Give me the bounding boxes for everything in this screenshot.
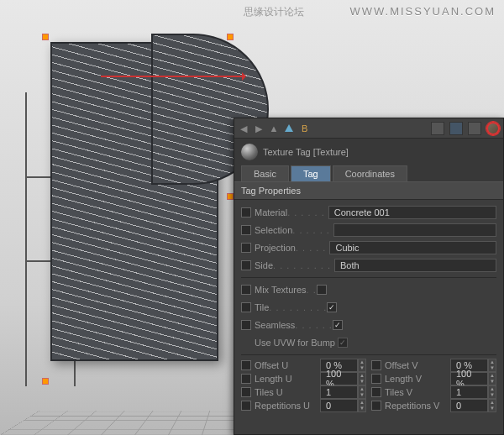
label-tiles-u: Tiles U [255, 387, 320, 397]
tag-icon[interactable] [449, 122, 463, 135]
length-u-field[interactable]: 100 % [320, 372, 358, 385]
prop-selection: Selection . . . . . . [241, 222, 496, 238]
anim-dot[interactable] [241, 374, 251, 384]
spinner[interactable]: ▲▼ [488, 372, 496, 385]
anim-dot[interactable] [241, 401, 251, 411]
tab-bar: Basic Tag Coordinates [234, 165, 503, 181]
selection-handle[interactable] [42, 34, 49, 40]
prop-material: Material . . . . . . Concrete 001 [241, 204, 496, 221]
object-name[interactable]: B [298, 123, 426, 134]
element-header: Texture Tag [Texture] [234, 139, 503, 165]
axis-arrow-x[interactable] [101, 76, 244, 77]
label-seamless: Seamless [255, 320, 295, 330]
label-selection: Selection [255, 225, 292, 235]
section-header: Tag Properties [234, 181, 503, 200]
projection-dropdown[interactable]: Cubic [329, 241, 496, 254]
selection-handle[interactable] [227, 193, 234, 200]
row-tiles: Tiles U 1 ▲▼ Tiles V 1 ▲▼ [241, 385, 496, 399]
anim-dot[interactable] [241, 302, 251, 312]
spinner[interactable]: ▲▼ [488, 399, 496, 412]
prop-seamless: Seamless . . . . . . ✓ [241, 317, 496, 333]
nav-up-icon[interactable]: ▲ [268, 123, 280, 134]
material-preview-icon[interactable] [486, 122, 500, 135]
tile-checkbox[interactable]: ✓ [327, 302, 337, 312]
panel-titlebar: ◀ ▶ ▲ B [234, 118, 503, 139]
properties-body: Material . . . . . . Concrete 001 Select… [234, 200, 503, 416]
uvw-checkbox[interactable]: ✓ [338, 338, 348, 348]
divider [241, 354, 496, 355]
row-reps: Repetitions U 0 ▲▼ Repetitions V 0 ▲▼ [241, 399, 496, 412]
spinner[interactable]: ▲▼ [358, 359, 366, 372]
watermark-cn: 思缘设计论坛 [244, 5, 304, 19]
spinner[interactable]: ▲▼ [358, 385, 366, 399]
prop-projection: Projection . . . . . Cubic [241, 239, 496, 256]
label-mix: Mix Textures [255, 285, 307, 295]
selection-handle[interactable] [42, 378, 49, 385]
label-reps-v: Repetitions V [385, 401, 450, 411]
spinner[interactable]: ▲▼ [358, 399, 366, 412]
reps-u-field[interactable]: 0 [320, 399, 358, 412]
reps-v-field[interactable]: 0 [450, 399, 488, 412]
anim-dot[interactable] [371, 387, 381, 397]
row-length: Length U 100 % ▲▼ Length V 100 % ▲▼ [241, 372, 496, 385]
label-tiles-v: Tiles V [385, 387, 450, 397]
layer-icon[interactable] [431, 122, 444, 135]
seamless-checkbox[interactable]: ✓ [333, 320, 343, 330]
attribute-manager-panel: ◀ ▶ ▲ B Texture Tag [Texture] Basic Tag … [234, 118, 504, 435]
anim-dot[interactable] [241, 387, 251, 397]
label-uvw: Use UVW for Bump [255, 338, 335, 348]
object-icon [283, 123, 295, 134]
selection-handle[interactable] [227, 34, 234, 40]
letter-model-B[interactable] [17, 25, 252, 395]
nav-fwd-icon[interactable]: ▶ [253, 123, 265, 134]
tiles-u-field[interactable]: 1 [320, 385, 358, 399]
divider [241, 277, 496, 278]
selection-field[interactable] [333, 223, 496, 237]
tab-basic[interactable]: Basic [241, 165, 289, 181]
label-offset-v: Offset V [385, 360, 450, 370]
prop-uvw-bump: Use UVW for Bump ✓ [241, 334, 496, 351]
nav-back-icon[interactable]: ◀ [238, 123, 249, 134]
label-length-u: Length U [255, 374, 320, 384]
anim-dot[interactable] [241, 360, 251, 370]
anim-dot[interactable] [371, 374, 381, 384]
prop-side: Side . . . . . . . . . Both [241, 257, 496, 274]
mix-checkbox[interactable] [317, 285, 327, 295]
dots: . . . . . . [287, 207, 325, 218]
label-projection: Projection [255, 243, 296, 253]
tab-tag[interactable]: Tag [291, 165, 331, 181]
watermark-url: WWW.MISSYUAN.COM [349, 5, 496, 18]
length-v-field[interactable]: 100 % [450, 372, 488, 385]
tab-coordinates[interactable]: Coordinates [333, 165, 407, 181]
anim-dot[interactable] [241, 320, 251, 330]
label-reps-u: Repetitions U [255, 401, 320, 411]
anim-dot[interactable] [241, 207, 251, 218]
anim-dot[interactable] [241, 225, 251, 235]
material-ball-icon [241, 144, 258, 160]
label-offset-u: Offset U [255, 360, 320, 370]
anim-dot[interactable] [241, 260, 251, 270]
anim-dot[interactable] [371, 360, 381, 370]
prop-tile: Tile . . . . . . . . . ✓ [241, 299, 496, 316]
anim-dot[interactable] [371, 401, 381, 411]
anim-dot[interactable] [241, 243, 251, 253]
tiles-v-field[interactable]: 1 [450, 385, 488, 399]
label-length-v: Length V [385, 374, 450, 384]
spinner[interactable]: ▲▼ [488, 359, 496, 372]
side-dropdown[interactable]: Both [334, 259, 496, 272]
spinner[interactable]: ▲▼ [488, 385, 496, 399]
prop-mix-textures: Mix Textures . . [241, 281, 496, 298]
anim-dot[interactable] [241, 285, 251, 295]
label-side: Side [255, 260, 273, 270]
lock-icon[interactable] [468, 122, 481, 135]
spinner[interactable]: ▲▼ [358, 372, 366, 385]
svg-marker-0 [285, 124, 293, 132]
label-tile: Tile [255, 302, 269, 312]
element-title: Texture Tag [Texture] [263, 147, 349, 157]
material-field[interactable]: Concrete 001 [328, 206, 496, 219]
label-material: Material [255, 207, 287, 218]
